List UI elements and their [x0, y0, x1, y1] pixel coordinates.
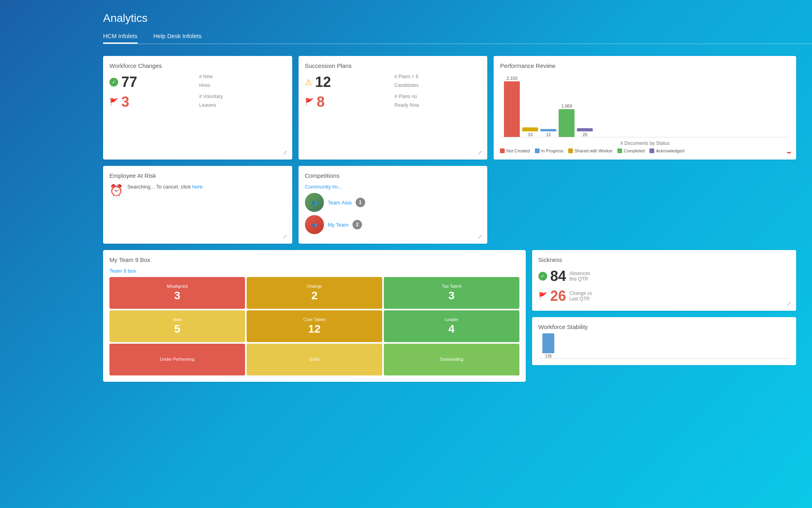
sickness-grid: ✓ 84 Absences this QTR 🚩 26 Change vs La…	[538, 268, 790, 304]
ws-bar-value: 139	[545, 354, 552, 358]
workforce-stability-bar: 139	[538, 335, 790, 359]
wc-new-hires-label1: # New	[199, 74, 213, 79]
sickness-change-label2: Last QTR	[569, 296, 592, 302]
sickness-card: Sickness ✓ 84 Absences this QTR 🚩 26	[532, 250, 796, 311]
sickness-check-icon: ✓	[538, 272, 547, 281]
bar-completed-label: 1,069	[561, 104, 573, 108]
nbox-top-talent-label: Top Talent	[442, 284, 462, 289]
expand-icon-comp[interactable]: ⤢	[478, 233, 483, 240]
nbox-new-value: 5	[174, 323, 180, 335]
bar-in-progress-value: 12	[546, 132, 551, 137]
wc-new-hires-label2: Hires	[199, 83, 210, 88]
expand-icon-ear[interactable]: ⤢	[283, 233, 287, 240]
competition-team-asia: 👥 Team Asia 1	[305, 193, 481, 212]
tab-helpdesk[interactable]: Help Desk Infolets	[153, 33, 202, 44]
nbox-under-performing[interactable]: Under Performing	[109, 344, 245, 375]
wc-leavers-label2: Leavers	[199, 102, 216, 108]
sp-candidates-label: # Plans < 6 Candidates	[395, 74, 481, 90]
performance-review-card: Performance Review 2,150 33 12	[494, 56, 796, 160]
nbox-solid[interactable]: Solid	[247, 344, 382, 375]
nbox-under-performing-label: Under Performing	[160, 357, 195, 362]
mid-row-spacer	[494, 166, 796, 244]
workforce-changes-card: Workforce Changes ✓ 77 # New Hires 🚩 3 #…	[103, 56, 292, 160]
wc-new-hires-number: 77	[121, 74, 137, 90]
bar-in-progress: 12	[540, 128, 556, 137]
nbox-core-talent[interactable]: Core Talent 12	[247, 310, 382, 342]
legend-not-created-label: Not Created	[506, 148, 530, 153]
bar-not-created: 2,150	[504, 76, 520, 137]
legend-completed-label: Completed	[624, 148, 645, 153]
team-asia-rank: 1	[356, 198, 365, 207]
team-9box-link[interactable]: Team 9 box	[109, 268, 519, 274]
legend-not-created: Not Created	[500, 148, 530, 153]
sp-plans-candidates: ⚠ 12	[305, 74, 391, 90]
sp-ready-label: # Plans no Ready Now	[395, 94, 481, 110]
my-team-avatar-inner: 👥	[305, 215, 324, 234]
sp-ready-label1: # Plans no	[395, 94, 417, 99]
sickness-change-row: 🚩 26 Change vs Last QTR	[538, 288, 790, 304]
sickness-absences-label1: Absences	[569, 271, 590, 276]
expand-icon-sickness[interactable]: ⤢	[787, 300, 791, 307]
nbox-change-label: Change	[307, 284, 322, 289]
ear-here-link[interactable]: here.	[192, 184, 204, 190]
workforce-stability-card: Workforce Stability 139	[532, 317, 796, 365]
sickness-title: Sickness	[538, 256, 790, 263]
my-team-name[interactable]: My Team	[328, 222, 349, 228]
chart-legend: Not Created In Progress Shared with Work…	[500, 148, 790, 153]
legend-dot-gold	[568, 148, 573, 153]
sickness-absences-number: 84	[550, 268, 566, 285]
expand-icon-9box[interactable]: ⤢	[516, 371, 521, 378]
competitions-title: Competitions	[305, 172, 481, 179]
nbox-change[interactable]: Change 2	[247, 277, 382, 309]
sickness-change-number: 26	[550, 288, 566, 304]
bar-shared-rect	[522, 127, 538, 131]
legend-dot-purple	[649, 148, 654, 153]
nbox-top-talent[interactable]: Top Talent 3	[384, 277, 519, 309]
bar-in-progress-rect	[540, 129, 556, 131]
my-team-9box-title: My Team 9 Box	[109, 256, 519, 263]
nbox-outstanding-label: Outstanding	[440, 357, 463, 362]
legend-dot-green	[617, 148, 622, 153]
clock-icon: ⏰	[109, 184, 123, 197]
competitions-card: Competitions Community Im... 👥 Team Asia…	[299, 166, 488, 244]
nbox-change-value: 2	[311, 289, 318, 302]
right-column: Sickness ✓ 84 Absences this QTR 🚩 26	[532, 250, 796, 382]
employee-at-risk-card: Employee At Risk ⏰ Searching... To cance…	[103, 166, 292, 244]
my-team-avatar: 👥	[305, 215, 324, 234]
legend-acknowledged: Acknowledged	[649, 148, 684, 153]
team-asia-avatar-inner: 👥	[305, 193, 324, 212]
community-link[interactable]: Community Im...	[305, 184, 481, 190]
wc-new-hires: ✓ 77	[109, 74, 196, 90]
sickness-change-label: Change vs Last QTR	[569, 291, 592, 302]
nbox-misaligned-label: Misaligned	[167, 284, 188, 289]
bar-not-created-label: 2,150	[507, 76, 518, 81]
wc-leavers-label: # Voluntary Leavers	[199, 94, 285, 110]
wc-leavers-number: 3	[121, 94, 129, 110]
perf-expand-icon[interactable]: ➡	[787, 149, 791, 156]
succession-plans-card: Succession Plans ⚠ 12 # Plans < 6 Candid…	[299, 56, 488, 160]
expand-icon-sp[interactable]: ⤢	[478, 149, 483, 156]
tab-bar: HCM Infolets Help Desk Infolets	[103, 33, 812, 44]
bar-shared-value: 33	[528, 132, 532, 137]
nbox-new[interactable]: New 5	[109, 310, 245, 342]
nbox-leader-label: Leader	[445, 317, 458, 322]
nbox-top-talent-value: 3	[448, 289, 455, 302]
nbox-leader[interactable]: Leader 4	[384, 310, 519, 342]
check-icon: ✓	[109, 78, 118, 87]
employee-at-risk-title: Employee At Risk	[109, 172, 286, 179]
sp-candidates-number: 12	[315, 74, 331, 90]
bar-not-created-rect	[504, 81, 520, 137]
expand-icon-wc[interactable]: ⤢	[283, 149, 287, 156]
legend-dot-red	[500, 148, 505, 153]
ws-bar-block	[542, 333, 554, 353]
nbox-misaligned-value: 3	[174, 289, 180, 302]
legend-shared-label: Shared with Worker	[575, 148, 613, 153]
bar-acknowledged-rect	[577, 128, 593, 131]
chart-title: # Documents by Status	[500, 140, 790, 146]
tab-hcm[interactable]: HCM Infolets	[103, 33, 138, 44]
ws-bar-item: 139	[542, 333, 554, 358]
nbox-misaligned[interactable]: Misaligned 3	[109, 277, 245, 309]
nbox-outstanding[interactable]: Outstanding	[384, 344, 519, 375]
sp-ready-now: 🚩 8	[305, 94, 391, 110]
team-asia-name[interactable]: Team Asia	[328, 200, 352, 206]
